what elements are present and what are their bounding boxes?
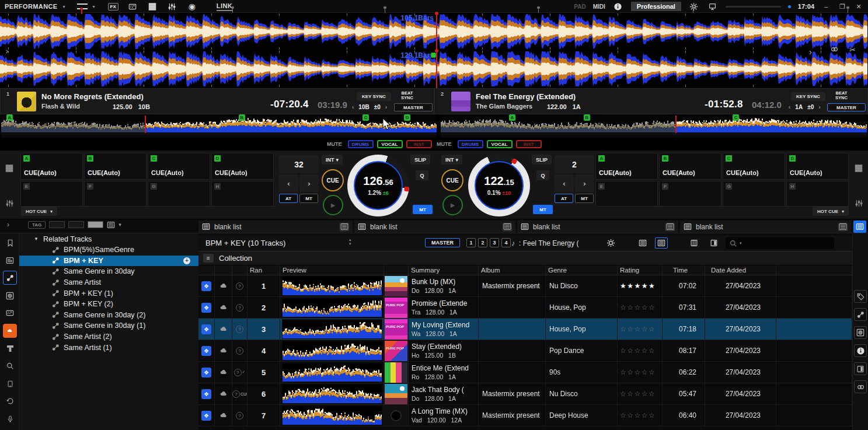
link-wave-icon[interactable] [830,46,839,53]
deck1-pad-F[interactable]: F [84,181,147,207]
analysis-status-icon[interactable]: ? [236,412,243,419]
grid-panel-icon[interactable] [147,2,158,11]
color-filter-swatch[interactable] [88,221,103,228]
deck1-waveform[interactable] [0,13,868,50]
tree-item-same-genre-in-30day[interactable]: Same Genre in 30day [19,266,198,277]
table-header[interactable]: Ran Preview Summary Album Genre Rating T… [198,265,852,275]
related-tracks-icon[interactable] [3,271,17,285]
tree-item-bpm-key[interactable]: BPM + KEY+ [19,256,198,267]
info-icon[interactable] [854,344,867,357]
minimize-button[interactable]: – [821,3,831,10]
tree-item-same-artist[interactable]: Same Artist [19,277,198,288]
load-deck-3-button[interactable]: 3 [490,238,499,247]
scissors-icon[interactable]: ✂ [849,46,856,54]
rating-cell[interactable]: ☆☆☆☆☆ [618,297,663,318]
load-deck-1-button[interactable]: 1 [466,238,476,247]
link-button[interactable]: LINK [217,2,232,11]
deck1-master-button[interactable]: MASTER [394,103,433,111]
fx-panel-button[interactable]: FX [108,3,118,11]
deck1-pad-C[interactable]: CCUE(Auto) [148,153,210,180]
two-column-view-icon[interactable] [688,237,700,249]
pad-mode-label[interactable]: PAD [574,4,585,10]
mode-selector[interactable]: PERFORMANCE [5,3,58,10]
table-row[interactable]: ❖?7A Long Time (MX)Vad 120.00 12AMasterm… [198,405,852,426]
info-icon[interactable] [612,2,624,11]
mixer-rail-icon[interactable] [853,197,864,209]
search-icon[interactable] [3,359,17,373]
dropbox-icon[interactable]: ❖ [201,368,211,377]
cloud-icon[interactable] [219,412,228,419]
analysis-status-icon[interactable]: ? [236,304,243,312]
color-filter-swatch[interactable] [68,221,84,228]
deck1-inst-stem-button[interactable]: INST [406,140,432,148]
rating-cell[interactable]: ☆☆☆☆☆ [618,362,663,383]
deck2-pad-A[interactable]: ACUE(Auto) [595,153,658,180]
key-down-icon[interactable]: ‹ [352,104,354,110]
deck1-int-mode-selector[interactable]: INT▾ [322,155,343,165]
deck1-pad-B[interactable]: BCUE(Auto) [84,153,147,180]
deck1-slip-button[interactable]: SLIP [410,155,430,165]
deck2-mt-blue-button[interactable]: MT [533,205,553,214]
deck2-cue-button[interactable]: CUE [441,169,463,191]
cloud-icon[interactable] [219,282,228,289]
preview-waveform[interactable] [283,298,382,317]
sampler-icon[interactable] [3,306,17,320]
deck1-pad-H[interactable]: H [211,181,274,207]
dropbox-icon[interactable]: ❖ [201,303,211,313]
deck2-jog-wheel[interactable]: 122.15 0.1% ±10 [468,155,530,216]
deck2-pad-C[interactable]: CCUE(Auto) [723,153,785,180]
deck2-at-button[interactable]: AT [555,194,573,203]
table-row[interactable]: ❖?3PURE POPMy Loving (ExtendWa 128.00 1A… [198,319,852,340]
overview-cue-B[interactable]: B [239,114,245,121]
deck1-pad-D[interactable]: DCUE(Auto) [211,153,274,180]
playlist-icon[interactable] [3,253,17,267]
add-playlist-icon[interactable]: + [183,257,190,264]
audio-output-icon[interactable] [707,2,719,11]
tree-item-bpm-5-samegenre[interactable]: BPM(5%)SameGenre [19,244,198,256]
tree-item-bpm-key-1-[interactable]: BPM + KEY (1) [19,288,198,299]
cloud-icon[interactable] [219,304,228,311]
deck1-pad-mode-selector[interactable]: HOT CUE▾ [21,207,57,216]
tree-item-bpm-key-2-[interactable]: BPM + KEY (2) [19,299,198,310]
deck2-int-mode-selector[interactable]: INT▾ [441,155,462,165]
deck2-mute-label[interactable]: MUTE [437,141,452,147]
table-row[interactable]: ❖?CUE6Jack That Body (Do 128.00 1AMaster… [198,383,852,405]
deck2-master-button[interactable]: MASTER [827,103,866,111]
analysis-status-icon[interactable]: ? [236,347,243,355]
key-up-icon[interactable]: › [818,104,820,110]
deck1-cue-button[interactable]: CUE [322,169,344,191]
rating-cell[interactable]: ★★★★★ [618,275,663,296]
blank-list-panel[interactable]: blank list [198,221,353,233]
search-input[interactable]: ▾ [726,237,834,249]
chevron-down-icon[interactable]: ▾ [93,4,95,9]
analysis-status-icon[interactable]: ? [236,282,243,290]
dropbox-icon[interactable]: ❖ [201,389,211,399]
deck2-quantize-button[interactable]: Q [536,170,549,180]
pad-grid-icon[interactable] [4,162,15,174]
load-deck-2-button[interactable]: 2 [478,238,487,247]
track-settings-gear-icon[interactable] [604,237,617,249]
tree-item-same-genre-in-30day-2-[interactable]: Same Genre in 30day (2) [19,310,198,321]
deck2-beat-jump-forward[interactable]: › [575,174,594,192]
cloud-icon[interactable] [219,347,228,354]
cloud-icon[interactable] [219,369,228,376]
load-deck-4-button[interactable]: 4 [501,238,511,247]
overview-cue-C[interactable]: C [733,114,739,121]
blank-list-panel[interactable]: blank list [354,221,515,233]
deck2-pad-G[interactable]: G [723,181,785,207]
tidal-icon[interactable] [3,341,17,355]
table-row[interactable]: ❖?✓5Entice Me (ExtendRo 128.00 1A90s☆☆☆☆… [198,362,852,383]
bridge-icon[interactable] [854,326,867,339]
expand-right-icon[interactable]: › [809,47,812,57]
mic-icon[interactable] [3,412,17,426]
dropbox-icon[interactable]: ❖ [201,411,211,421]
list-view-icon[interactable] [107,221,115,229]
dropbox-icon[interactable]: ❖ [201,346,211,356]
deck2-slip-button[interactable]: SLIP [532,155,552,165]
rating-cell[interactable]: ☆☆☆☆☆ [618,383,663,404]
deck2-key-sync-button[interactable]: KEY SYNC [791,92,825,101]
midi-button[interactable]: MIDI [593,4,605,10]
bookmark-icon[interactable] [3,236,17,250]
preview-waveform[interactable] [283,406,382,425]
deck2-drums-stem-button[interactable]: DRUMS [458,140,483,148]
